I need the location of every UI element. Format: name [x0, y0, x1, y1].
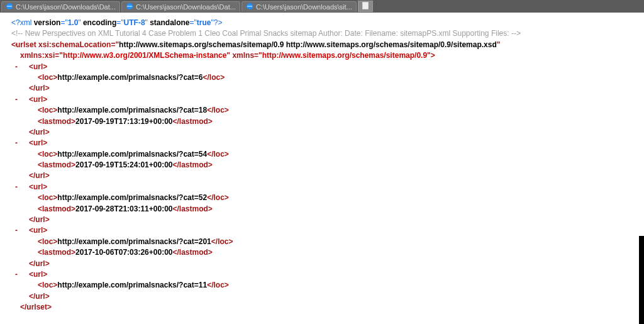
- xml-line: <loc>http://example.com/primalsnacks/?ca…: [38, 281, 229, 289]
- tab-label: C:\Users\jason\Downloads\sit...: [256, 3, 352, 11]
- xml-line: <!-- New Perspectives on XML Tutorial 4 …: [11, 29, 521, 38]
- xml-line: </url>: [29, 215, 50, 224]
- xml-line: <lastmod>2017-10-06T07:03:26+00:00</last…: [38, 248, 213, 257]
- svg-rect-3: [362, 2, 369, 9]
- xml-line: </url>: [29, 171, 50, 180]
- collapse-toggle[interactable]: -: [15, 182, 18, 193]
- ie-icon: [6, 3, 13, 11]
- xml-line: <url>: [29, 270, 47, 279]
- xml-line: <url>: [29, 62, 47, 71]
- xml-viewer: <?xml version="1.0" encoding="UTF-8" sta…: [0, 13, 644, 321]
- xml-line: <?xml version="1.0" encoding="UTF-8" sta…: [11, 18, 222, 27]
- xml-line: </url>: [29, 128, 50, 137]
- xml-line: <loc>http://example.com/primalsnacks/?ca…: [38, 73, 225, 82]
- ie-icon: [126, 3, 133, 11]
- browser-tab-1[interactable]: C:\Users\jason\Downloads\Dat...: [121, 1, 240, 12]
- xml-line: <lastmod>2017-09-19T15:24:01+00:00</last…: [38, 160, 213, 169]
- xml-line: </url>: [29, 292, 50, 301]
- collapse-toggle[interactable]: -: [15, 40, 18, 50]
- xml-line: <loc>http://example.com/primalsnacks/?ca…: [38, 237, 233, 246]
- tab-label: C:\Users\jason\Downloads\Dat...: [136, 3, 236, 11]
- browser-tab-0[interactable]: C:\Users\jason\Downloads\Dat...: [1, 1, 120, 12]
- xml-line: <lastmod>2017-09-19T17:13:19+00:00</last…: [38, 117, 213, 126]
- xml-line: <loc>http://example.com/primalsnacks/?ca…: [38, 150, 229, 159]
- xml-line: <loc>http://example.com/primalsnacks/?ca…: [38, 106, 229, 115]
- xml-line: xmlns:xsi="http://www.w3.org/2001/XMLSch…: [20, 51, 435, 60]
- overlay-strip: [639, 236, 644, 324]
- xml-line: <url>: [29, 182, 47, 191]
- xml-line: <lastmod>2017-09-28T21:03:11+00:00</last…: [38, 204, 213, 213]
- browser-tab-2[interactable]: C:\Users\jason\Downloads\sit...: [242, 1, 357, 12]
- collapse-toggle[interactable]: -: [15, 138, 18, 148]
- tab-bar: C:\Users\jason\Downloads\Dat... C:\Users…: [0, 0, 644, 13]
- new-tab-button[interactable]: [358, 1, 373, 12]
- collapse-toggle[interactable]: -: [15, 62, 18, 72]
- tab-label: C:\Users\jason\Downloads\Dat...: [16, 3, 116, 11]
- xml-line: <urlset xsi:schemaLocation="http://www.s…: [11, 40, 500, 49]
- xml-line: </urlset>: [20, 303, 52, 311]
- xml-line: </url>: [29, 259, 50, 268]
- blank-page-icon: [362, 2, 369, 11]
- xml-line: <url>: [29, 138, 47, 147]
- collapse-toggle[interactable]: -: [15, 94, 18, 105]
- xml-line: <url>: [29, 226, 47, 235]
- xml-line: <url>: [29, 95, 47, 104]
- ie-icon: [246, 3, 253, 11]
- collapse-toggle[interactable]: -: [15, 225, 18, 236]
- xml-line: </url>: [29, 84, 50, 92]
- collapse-toggle[interactable]: -: [15, 269, 18, 280]
- xml-line: <loc>http://example.com/primalsnacks/?ca…: [38, 193, 229, 202]
